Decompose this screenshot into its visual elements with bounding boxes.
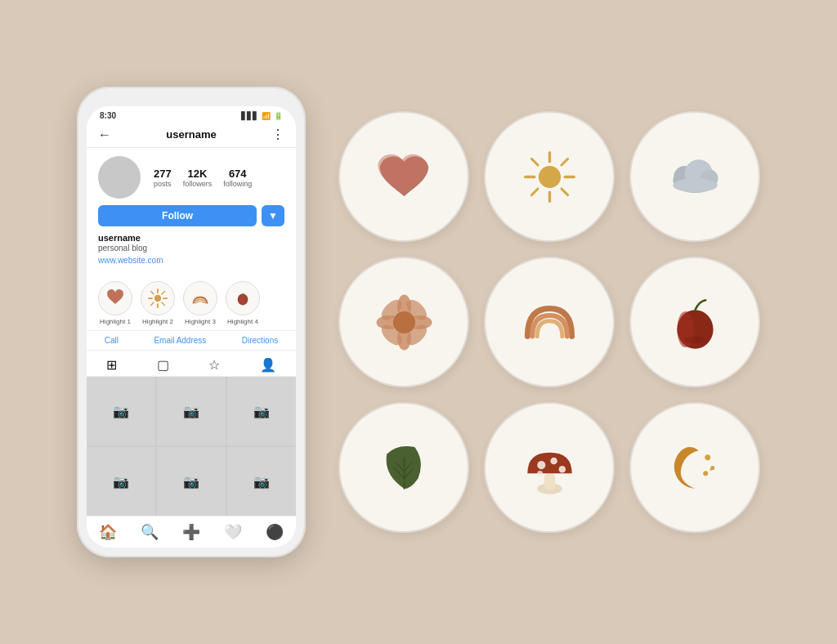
highlight-3-label: Highlight 3 — [185, 318, 216, 325]
list-tab[interactable]: ▢ — [157, 357, 169, 373]
status-time: 8:30 — [100, 111, 116, 120]
back-button[interactable]: ← — [98, 127, 111, 142]
svg-text:✦: ✦ — [709, 467, 713, 472]
followers-count: 12K — [188, 168, 208, 180]
svg-line-19 — [561, 159, 567, 165]
highlight-4-label: Highlight 4 — [227, 318, 258, 325]
battery-icon: 🔋 — [274, 112, 283, 120]
tab-bar: ⊞ ▢ ☆ 👤 — [87, 351, 296, 377]
cloud-icon-circle — [629, 111, 760, 242]
flower-svg — [369, 288, 439, 357]
rainbow-svg — [515, 288, 584, 357]
highlight-3[interactable]: Highlight 3 — [183, 281, 217, 325]
wifi-icon: 📶 — [262, 112, 271, 120]
sun-icon-circle — [484, 111, 615, 242]
camera-icon-2: 📷 — [183, 404, 199, 419]
flower-icon-circle — [338, 257, 469, 387]
grid-cell-6[interactable]: 📷 — [227, 447, 296, 516]
svg-text:✦: ✦ — [702, 470, 708, 477]
follow-button[interactable]: Follow — [98, 205, 257, 226]
svg-line-6 — [162, 302, 165, 306]
add-nav-icon[interactable]: ➕ — [182, 523, 200, 541]
status-icons: ▋▋▋ 📶 🔋 — [241, 112, 283, 120]
avatar — [98, 156, 141, 199]
following-count: 674 — [229, 168, 247, 180]
followers-stat: 12K followers — [183, 168, 213, 188]
highlight-2[interactable]: Highlight 2 — [141, 281, 175, 325]
email-button[interactable]: Email Address — [154, 336, 206, 345]
highlight-2-label: Highlight 2 — [142, 318, 173, 325]
following-label: following — [223, 180, 252, 188]
rainbow-icon-circle — [484, 257, 615, 387]
phone-screen: 8:30 ▋▋▋ 📶 🔋 ← username ⋮ — [87, 106, 296, 548]
search-nav-icon[interactable]: 🔍 — [141, 523, 159, 541]
heart-icon-circle — [338, 111, 469, 242]
grid-cell-4[interactable]: 📷 — [87, 447, 155, 516]
home-nav-icon[interactable]: 🏠 — [99, 523, 117, 541]
follow-dropdown-button[interactable]: ▼ — [262, 205, 284, 226]
svg-point-0 — [154, 295, 161, 302]
main-container: 8:30 ▋▋▋ 📶 🔋 ← username ⋮ — [26, 87, 811, 557]
moon-icon-circle: ✦ ✦ ✦ — [629, 402, 760, 533]
phone-mockup: 8:30 ▋▋▋ 📶 🔋 ← username ⋮ — [77, 87, 306, 557]
bio-username: username — [98, 233, 284, 243]
followers-label: followers — [183, 180, 213, 188]
mushroom-svg — [515, 433, 584, 503]
highlight-circle-1 — [98, 281, 132, 315]
bio-link[interactable]: www.website.com — [98, 256, 284, 265]
tagged-tab[interactable]: 👤 — [260, 357, 276, 373]
likes-nav-icon[interactable]: 🤍 — [224, 523, 242, 541]
highlight-circle-4 — [226, 281, 260, 315]
grid-tab[interactable]: ⊞ — [106, 357, 117, 373]
highlight-1[interactable]: Highlight 1 — [98, 281, 132, 325]
sun-svg — [515, 142, 584, 212]
posts-count: 277 — [154, 168, 172, 180]
call-button[interactable]: Call — [105, 336, 119, 345]
camera-icon-1: 📷 — [113, 404, 129, 419]
leaf-icon-circle — [338, 402, 469, 533]
action-bar: Call Email Address Directions — [87, 331, 296, 351]
apple-svg — [660, 288, 730, 357]
highlights-row: Highlight 1 — [87, 276, 296, 331]
svg-line-7 — [162, 292, 165, 295]
profile-username-nav: username — [166, 128, 216, 141]
svg-point-34 — [392, 311, 414, 333]
grid-cell-5[interactable]: 📷 — [157, 447, 226, 516]
svg-line-20 — [531, 188, 538, 195]
svg-point-48 — [537, 470, 543, 476]
svg-point-12 — [538, 165, 560, 187]
highlight-4[interactable]: Highlight 4 — [226, 281, 260, 325]
svg-line-18 — [561, 188, 567, 195]
profile-section: 277 posts 12K followers 674 following — [87, 148, 296, 276]
camera-icon-4: 📷 — [113, 474, 129, 490]
leaf-svg — [369, 433, 439, 503]
directions-button[interactable]: Directions — [242, 336, 278, 345]
svg-point-47 — [558, 465, 566, 472]
saved-tab[interactable]: ☆ — [208, 357, 220, 373]
posts-stat: 277 posts — [154, 168, 172, 188]
svg-point-37 — [683, 336, 705, 343]
camera-icon-5: 📷 — [183, 474, 199, 490]
highlight-circle-2 — [141, 281, 175, 315]
signal-icon: ▋▋▋ — [241, 112, 258, 120]
phone-notch — [167, 96, 216, 105]
highlight-circle-3 — [183, 281, 217, 315]
more-options-button[interactable]: ⋮ — [271, 127, 284, 142]
svg-line-5 — [151, 292, 154, 295]
grid-cell-1[interactable]: 📷 — [87, 377, 155, 445]
svg-line-8 — [151, 302, 154, 306]
svg-point-25 — [673, 178, 717, 192]
svg-line-17 — [531, 159, 538, 165]
grid-cell-2[interactable]: 📷 — [157, 377, 226, 445]
heart-svg — [369, 142, 439, 212]
following-stat: 674 following — [223, 168, 252, 188]
photo-grid: 📷 📷 📷 📷 📷 📷 — [87, 377, 296, 516]
profile-nav-icon[interactable]: ⚫ — [266, 523, 284, 541]
camera-icon-3: 📷 — [253, 404, 270, 419]
svg-point-45 — [537, 461, 545, 469]
highlight-1-label: Highlight 1 — [100, 318, 131, 325]
cloud-svg — [660, 142, 730, 212]
grid-cell-3[interactable]: 📷 — [227, 377, 296, 445]
nav-bar: ← username ⋮ — [87, 122, 296, 148]
status-bar: 8:30 ▋▋▋ 📶 🔋 — [87, 106, 296, 122]
